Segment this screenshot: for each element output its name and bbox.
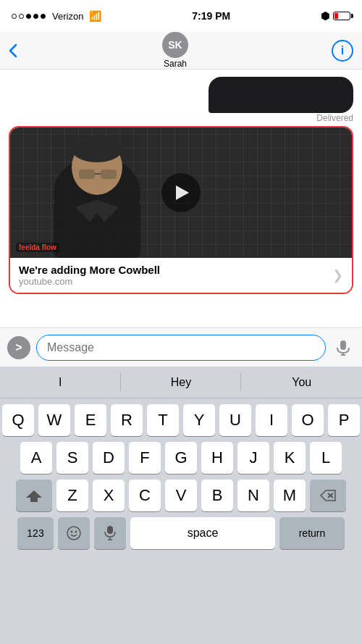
video-thumbnail[interactable]: feelda flow [10, 127, 352, 258]
keyboard: I Hey You Q W E R T Y U I O P A S D F [0, 367, 362, 644]
status-bar: Verizon 📶 7:19 PM ⬢ [0, 0, 362, 32]
signal-dots [12, 14, 46, 19]
key-A[interactable]: A [20, 442, 52, 474]
key-D[interactable]: D [93, 442, 125, 474]
svg-point-16 [75, 531, 77, 533]
space-key[interactable]: space [130, 517, 275, 549]
key-C[interactable]: C [129, 480, 161, 511]
battery-indicator [333, 12, 350, 20]
svg-rect-17 [107, 526, 113, 534]
info-button[interactable]: i [332, 40, 353, 62]
message-card-wrapper: Delivered [9, 113, 353, 294]
key-row-1: Q W E R T Y U I O P [2, 404, 360, 436]
key-V[interactable]: V [165, 480, 197, 511]
key-B[interactable]: B [201, 480, 233, 511]
dot-3 [26, 14, 31, 19]
svg-rect-6 [101, 170, 117, 179]
bluetooth-icon: ⬢ [321, 10, 329, 22]
delete-icon [319, 489, 337, 502]
status-time: 7:19 PM [192, 10, 230, 22]
keyboard-mic-icon [104, 525, 117, 541]
shift-key[interactable] [16, 480, 52, 511]
svg-point-14 [67, 527, 80, 540]
card-chevron-icon[interactable]: ❯ [332, 267, 343, 283]
battery-fill [334, 13, 338, 19]
key-I[interactable]: I [256, 404, 287, 436]
svg-point-15 [71, 531, 73, 533]
key-Q[interactable]: Q [2, 404, 34, 436]
watermark-label: feelda flow [16, 243, 59, 252]
predictive-bar: I Hey You [0, 367, 362, 398]
key-K[interactable]: K [274, 442, 306, 474]
status-left: Verizon 📶 [12, 10, 101, 22]
key-Y[interactable]: Y [183, 404, 215, 436]
play-button[interactable] [161, 173, 201, 212]
incoming-bubble [209, 77, 353, 113]
svg-rect-8 [340, 340, 346, 350]
key-F[interactable]: F [129, 442, 161, 474]
microphone-icon [335, 340, 351, 356]
navigation-bar: SK Sarah i [0, 32, 362, 70]
delivered-label: Delivered [9, 113, 353, 123]
shift-icon [26, 489, 42, 502]
key-Z[interactable]: Z [56, 480, 88, 511]
svg-point-3 [72, 136, 122, 162]
wifi-icon: 📶 [89, 10, 101, 22]
key-T[interactable]: T [147, 404, 179, 436]
bottom-bar [0, 619, 362, 644]
card-text: We're adding More Cowbell youtube.com [19, 264, 327, 287]
nav-contact-info[interactable]: SK Sarah [162, 32, 188, 69]
keyboard-mic-key[interactable] [94, 517, 126, 549]
emoji-key[interactable] [58, 517, 90, 549]
input-bar: > [0, 327, 362, 367]
play-triangle-icon [176, 185, 189, 200]
status-right: ⬢ [321, 10, 350, 22]
key-S[interactable]: S [56, 442, 88, 474]
key-rows: Q W E R T Y U I O P A S D F G H J K L [0, 398, 362, 558]
dot-1 [12, 14, 17, 19]
predictive-item-I[interactable]: I [0, 367, 121, 398]
message-input[interactable] [36, 335, 326, 361]
return-key[interactable]: return [279, 517, 345, 549]
key-N[interactable]: N [237, 480, 269, 511]
mic-button[interactable] [332, 336, 355, 359]
key-E[interactable]: E [75, 404, 106, 436]
contact-name: Sarah [164, 59, 187, 69]
card-info: We're adding More Cowbell youtube.com ❯ [10, 258, 352, 293]
key-L[interactable]: L [310, 442, 342, 474]
dot-5 [41, 14, 46, 19]
card-title: We're adding More Cowbell [19, 264, 327, 276]
emoji-icon [66, 525, 82, 541]
svg-marker-11 [26, 490, 42, 502]
delete-key[interactable] [310, 480, 346, 511]
back-arrow-icon [9, 43, 17, 58]
key-row-2: A S D F G H J K L [2, 442, 360, 474]
key-O[interactable]: O [292, 404, 324, 436]
key-row-4: 123 space return [2, 517, 360, 549]
key-P[interactable]: P [328, 404, 360, 436]
expand-button[interactable]: > [7, 336, 30, 359]
key-M[interactable]: M [274, 480, 306, 511]
svg-rect-5 [79, 170, 95, 179]
numbers-key[interactable]: 123 [17, 517, 54, 549]
key-X[interactable]: X [93, 480, 125, 511]
messages-area: Delivered [0, 70, 362, 316]
back-button[interactable] [9, 43, 19, 58]
dot-2 [19, 14, 24, 19]
message-card[interactable]: feelda flow We're adding More Cowbell yo… [9, 126, 353, 294]
carrier-label: Verizon [52, 11, 83, 22]
key-U[interactable]: U [219, 404, 251, 436]
key-J[interactable]: J [237, 442, 269, 474]
key-row-3: Z X C V B N M [2, 480, 360, 511]
person-silhouette [32, 135, 162, 258]
key-W[interactable]: W [38, 404, 70, 436]
key-H[interactable]: H [201, 442, 233, 474]
avatar: SK [162, 32, 188, 58]
card-url: youtube.com [19, 276, 327, 287]
predictive-item-you[interactable]: You [241, 367, 362, 398]
dot-4 [33, 14, 38, 19]
key-R[interactable]: R [111, 404, 143, 436]
predictive-item-hey[interactable]: Hey [121, 367, 242, 398]
key-G[interactable]: G [165, 442, 197, 474]
